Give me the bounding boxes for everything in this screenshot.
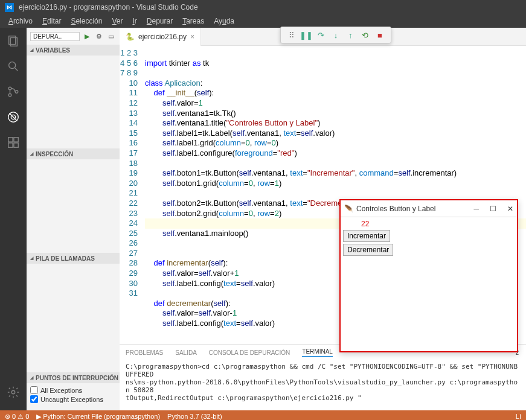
section-callstack[interactable]: Pila de llamadas <box>27 253 120 264</box>
menu-bar: Archivo Editar Selección Ver Ir Depurar … <box>0 14 526 28</box>
svg-point-2 <box>9 62 16 69</box>
menu-editar[interactable]: Editar <box>37 17 66 25</box>
svg-rect-11 <box>8 143 13 147</box>
svg-point-6 <box>15 91 18 94</box>
debug-sidebar: DEPURA.. ▶ ⚙ ▭ Variables Inspección Pila… <box>27 28 120 410</box>
bp-uncaught-exceptions[interactable]: Uncaught Exceptions <box>30 395 116 404</box>
svg-line-3 <box>15 68 18 71</box>
restart-icon[interactable]: ⟲ <box>360 30 371 40</box>
pause-icon[interactable]: ❚❚ <box>301 30 312 40</box>
start-debug-button[interactable]: ▶ <box>82 31 92 41</box>
menu-archivo[interactable]: Archivo <box>4 17 37 25</box>
vscode-logo-icon: ⋈ <box>5 3 14 12</box>
debug-toolbar: ⠿ ❚❚ ↷ ↓ ↑ ⟲ ■ <box>280 27 391 43</box>
title-bar: ⋈ ejercicio216.py - programaspython - Vi… <box>0 0 526 14</box>
menu-depurar[interactable]: Depurar <box>142 17 178 25</box>
svg-line-8 <box>10 113 18 121</box>
menu-seleccion[interactable]: Selección <box>66 17 107 25</box>
stop-icon[interactable]: ■ <box>374 30 385 40</box>
source-control-icon[interactable] <box>6 84 21 99</box>
terminal-content[interactable]: C:\programaspython>cd c:\programaspython… <box>120 360 526 410</box>
tab-ejercicio216[interactable]: 🐍 ejercicio216.py × <box>120 28 201 46</box>
drag-handle-icon[interactable]: ⠿ <box>286 30 297 40</box>
tk-titlebar[interactable]: 🪶 Controles Button y Label ─ ☐ ✕ <box>341 200 517 217</box>
status-python[interactable]: Python 3.7 (32-bit) <box>167 413 222 420</box>
svg-rect-13 <box>14 138 18 142</box>
section-variables[interactable]: Variables <box>27 45 120 56</box>
status-errors[interactable]: ⊗ 0 ⚠ 0 <box>5 413 29 421</box>
tkinter-window: 🪶 Controles Button y Label ─ ☐ ✕ 22 Incr… <box>339 199 518 352</box>
menu-ver[interactable]: Ver <box>107 17 127 25</box>
debug-console-icon[interactable]: ▭ <box>106 31 116 41</box>
debug-icon[interactable] <box>6 110 21 124</box>
svg-point-5 <box>8 94 11 97</box>
svg-rect-10 <box>8 138 13 142</box>
svg-point-14 <box>11 390 15 394</box>
status-debug-config[interactable]: ▶ Python: Current File (programaspython) <box>36 413 160 421</box>
python-file-icon: 🐍 <box>126 33 135 41</box>
step-out-icon[interactable]: ↑ <box>345 30 356 40</box>
section-breakpoints[interactable]: Puntos de interrupción <box>27 372 120 383</box>
section-inspection[interactable]: Inspección <box>27 148 120 159</box>
panel-tab-debug-console[interactable]: Consola de depuración <box>209 349 290 356</box>
menu-ir[interactable]: Ir <box>127 17 141 25</box>
search-icon[interactable] <box>6 59 21 74</box>
tk-title-text: Controles Button y Label <box>356 205 435 213</box>
menu-tareas[interactable]: Tareas <box>178 17 209 25</box>
feather-icon: 🪶 <box>344 205 353 213</box>
panel-tab-problems[interactable]: Problemas <box>126 349 163 356</box>
explorer-icon[interactable] <box>6 34 21 48</box>
tk-decrement-button[interactable]: Decrementar <box>343 244 393 256</box>
activity-bar <box>0 28 27 410</box>
line-gutter: 1 2 3 4 5 6 7 8 9 10 11 12 13 14 15 16 1… <box>120 46 145 344</box>
menu-ayuda[interactable]: Ayuda <box>209 17 239 25</box>
panel-tab-terminal[interactable]: Terminal <box>302 348 333 357</box>
tk-value-label: 22 <box>343 220 515 230</box>
tab-label: ejercicio216.py <box>138 33 187 41</box>
maximize-icon[interactable]: ☐ <box>490 205 496 213</box>
minimize-icon[interactable]: ─ <box>473 205 479 213</box>
settings-icon[interactable] <box>6 385 21 399</box>
close-icon[interactable]: ✕ <box>507 205 513 213</box>
status-bar: ⊗ 0 ⚠ 0 ▶ Python: Current File (programa… <box>0 410 526 420</box>
debug-config-dropdown[interactable]: DEPURA.. <box>30 32 80 41</box>
close-tab-icon[interactable]: × <box>190 33 194 41</box>
tk-increment-button[interactable]: Incrementar <box>343 230 390 242</box>
svg-point-4 <box>8 87 11 90</box>
panel-tab-output[interactable]: Salida <box>175 349 197 356</box>
bp-all-checkbox[interactable] <box>30 386 38 394</box>
step-into-icon[interactable]: ↓ <box>330 30 341 40</box>
window-title: ejercicio216.py - programaspython - Visu… <box>19 3 198 11</box>
bp-all-exceptions[interactable]: All Exceptions <box>30 386 116 395</box>
debug-settings-icon[interactable]: ⚙ <box>94 31 104 41</box>
svg-rect-12 <box>14 143 18 147</box>
step-over-icon[interactable]: ↷ <box>316 30 327 40</box>
extensions-icon[interactable] <box>6 135 21 150</box>
bottom-panel: Problemas Salida Consola de depuración T… <box>120 344 526 410</box>
bp-uncaught-checkbox[interactable] <box>30 395 38 403</box>
status-line-col[interactable]: Lí <box>516 413 521 420</box>
